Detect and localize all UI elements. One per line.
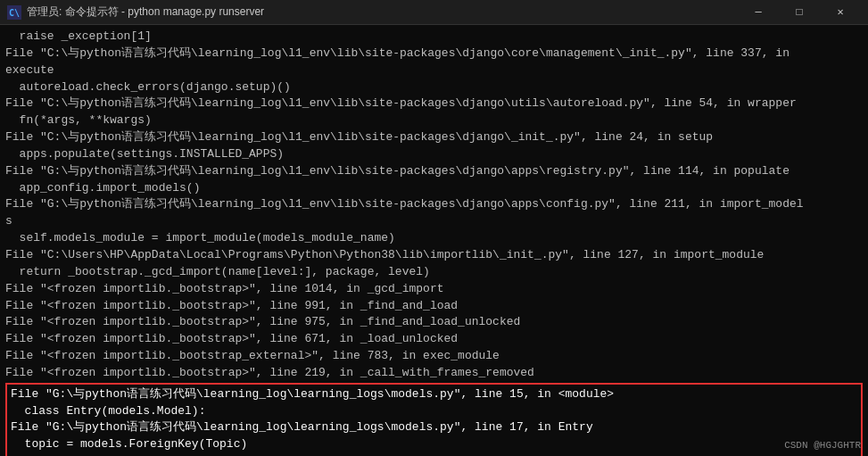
titlebar-title: 管理员: 命令提示符 - python manage.py runserver xyxy=(27,4,738,20)
error-line: class Entry(models.Model): xyxy=(11,403,857,420)
error-line: File "G:\与python语言练习代码\learning_log\lear… xyxy=(11,419,857,436)
terminal-line: File "G:\与python语言练习代码\learning_log\l1_e… xyxy=(5,163,863,180)
terminal-line: s xyxy=(5,213,863,230)
terminal-line: apps.populate(settings.INSTALLED_APPS) xyxy=(5,146,863,163)
terminal-line: File "<frozen importlib._bootstrap>", li… xyxy=(5,365,863,382)
terminal-line: File "G:\与python语言练习代码\learning_log\l1_e… xyxy=(5,196,863,213)
terminal-line: File "<frozen importlib._bootstrap>", li… xyxy=(5,314,863,331)
terminal[interactable]: raise _exception[1]File "C:\与python语言练习代… xyxy=(0,25,868,456)
error-line: topic = models.ForeignKey(Topic) xyxy=(11,436,857,453)
maximize-button[interactable]: □ xyxy=(779,0,820,25)
titlebar: C\ 管理员: 命令提示符 - python manage.py runserv… xyxy=(0,0,868,25)
terminal-line: File "<frozen importlib._bootstrap_exter… xyxy=(5,348,863,365)
watermark: CSDN @HGJGHTR xyxy=(784,440,861,451)
terminal-line: File "C:\Users\HP\AppData\Local\Programs… xyxy=(5,247,863,264)
close-button[interactable]: ✕ xyxy=(820,0,861,25)
terminal-output: raise _exception[1]File "C:\与python语言练习代… xyxy=(5,29,863,382)
terminal-line: self.models_module = import_module(model… xyxy=(5,230,863,247)
terminal-line: File "C:\与python语言练习代码\learning_log\l1_e… xyxy=(5,129,863,146)
terminal-line: raise _exception[1] xyxy=(5,29,863,46)
titlebar-icon: C\ xyxy=(7,5,21,20)
terminal-line: autoreload.check_errors(django.setup)() xyxy=(5,79,863,96)
terminal-line: app_config.import_models() xyxy=(5,180,863,197)
terminal-line: execute xyxy=(5,62,863,79)
terminal-line: return _bootstrap._gcd_import(name[level… xyxy=(5,264,863,281)
terminal-line: File "<frozen importlib._bootstrap>", li… xyxy=(5,281,863,298)
terminal-line: File "<frozen importlib._bootstrap>", li… xyxy=(5,298,863,315)
titlebar-controls: ─ □ ✕ xyxy=(738,0,861,25)
terminal-line: File "C:\与python语言练习代码\learning_log\l1_e… xyxy=(5,95,863,112)
svg-text:C\: C\ xyxy=(9,8,20,18)
minimize-button[interactable]: ─ xyxy=(738,0,779,25)
error-line: File "G:\与python语言练习代码\learning_log\lear… xyxy=(11,386,857,403)
terminal-line: File "C:\与python语言练习代码\learning_log\l1_e… xyxy=(5,46,863,62)
terminal-line: File "<frozen importlib._bootstrap>", li… xyxy=(5,331,863,348)
terminal-line: fn(*args, **kwargs) xyxy=(5,112,863,129)
error-highlight-box: File "G:\与python语言练习代码\learning_log\lear… xyxy=(5,383,863,456)
